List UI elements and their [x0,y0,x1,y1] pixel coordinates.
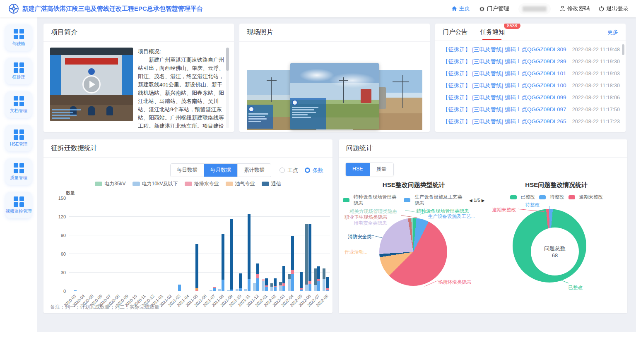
period-button-group: 每日数据 每月数据 累计数据 [170,163,271,177]
pie-chart [379,218,447,286]
daily-data-button[interactable]: 每日数据 [171,164,204,177]
legend-item[interactable]: 电力10kV及以下 [132,180,178,187]
notification-title: 【征拆迁】 [三电及管线] 编辑工点QGGZ09DL099 [443,94,567,101]
notification-time: 2022-08-22 11:19:48 [572,47,620,53]
legend-swatch [539,195,546,199]
y-axis-label: 数量 [66,190,75,196]
app-logo-compass-icon [8,3,19,14]
person-key-icon [560,6,565,12]
bar-segment [317,279,320,281]
nav-change-password[interactable]: 修改密码 [560,5,590,12]
radio-worksite-label: 工点 [287,167,298,174]
project-video-thumbnail[interactable] [50,48,133,121]
notices-scrollbar[interactable] [622,44,624,55]
notification-row[interactable]: 【征拆迁】 [三电及管线] 编辑工点QGGZ09DL1002022-08-22 … [443,79,620,91]
sidebar-item-label: 质量管理 [10,175,27,181]
bar-segment [262,281,265,292]
sidebar-item-quality[interactable]: 质量管理 [5,158,32,185]
tab-quality[interactable]: 质量 [370,163,393,176]
tab-portal-announcements[interactable]: 门户公告 [443,24,467,40]
photo-decor [402,75,403,108]
gridline [69,235,330,235]
notification-time: 2022-08-22 11:19:30 [572,59,620,65]
notification-row[interactable]: 【征拆迁】 [三电及管线] 编辑工点QGGZ09DL2652022-08-22 … [443,115,620,127]
bar-segment [305,285,308,285]
notification-row[interactable]: 【征拆迁】 [三电及管线] 编辑工点QGGZ09DL0972022-08-22 … [443,103,620,115]
cumulative-data-button[interactable]: 累计数据 [237,164,271,177]
nav-portal-admin[interactable]: ⚙ 门户管理 [479,5,509,12]
bar-segment [326,290,329,291]
radio-icon [305,168,310,173]
legend-swatch [343,198,349,202]
legend-item[interactable]: 油气专业 [226,180,255,187]
bar-segment [279,286,282,291]
bar-segment [274,286,277,287]
radio-worksite[interactable]: 工点 [279,167,298,174]
bar-segment [213,287,216,288]
notification-time: 2022-08-22 11:19:03 [572,71,620,77]
site-photo-active[interactable] [290,63,379,129]
nav-home[interactable]: 主页 [451,5,470,12]
legend-item[interactable]: 给排水专业 [185,180,219,187]
sidebar-item-demolition[interactable]: 征拆迁 [5,58,32,84]
notification-list: 【征拆迁】 [三电及管线] 编辑工点QGGZ09DL3092022-08-22 … [435,41,626,127]
radio-count[interactable]: 条数 [305,167,323,174]
pager-prev-icon[interactable]: ◀ [469,198,472,203]
legend-swatch [95,182,102,186]
sidebar-item-documents[interactable]: 文档管理 [5,91,32,118]
sidebar-item-cockpit[interactable]: 驾驶舱 [5,24,32,51]
bar-segment [282,266,285,284]
grid-icon [14,163,24,173]
pie-slice-label: 职业卫生现场类隐患 [344,214,388,220]
legend-item[interactable]: 电力35kV [95,180,125,187]
notification-row[interactable]: 【征拆迁】 [三电及管线] 编辑工点QGGZ09DL2892022-08-22 … [443,55,620,67]
legend-swatch [226,182,233,186]
notification-row[interactable]: 【征拆迁】 [三电及管线] 编辑工点QGGZ09DL3092022-08-22 … [443,43,620,55]
bar-segment [308,281,311,284]
notification-row[interactable]: 【征拆迁】 [三电及管线] 编辑工点QGGZ09DL1012022-08-22 … [443,67,620,79]
nav-logout[interactable]: 退出登录 [599,5,629,12]
legend-label: 给排水专业 [194,180,219,187]
sidebar-item-label: 驾驶舱 [12,41,25,47]
pie-chart-title: HSE整改问题类型统计 [343,181,485,189]
play-button[interactable] [82,75,101,93]
bar-segment [265,287,268,291]
legend-item[interactable]: 通信 [262,180,281,187]
bar-segment [230,290,233,291]
y-tick-label: 0 [53,289,66,294]
tab-hse[interactable]: HSE [346,163,370,176]
photo-decor [393,81,409,82]
legend-swatch [132,182,140,186]
sidebar-item-hse[interactable]: HSE管理 [5,125,32,151]
bar-segment [222,280,224,292]
pager-next-icon[interactable]: ▶ [482,198,485,203]
bar-segment [323,268,325,279]
bar-segment [256,274,259,278]
bar-segment [288,279,291,291]
bar-segment [274,278,277,286]
photo-watermark [247,105,273,129]
legend-label: 生产设备设施及工艺类隐患 [414,194,465,206]
bar-segment [239,288,242,291]
y-tick-label: 90 [53,233,66,238]
user-name-redacted[interactable] [518,3,551,14]
metric-radio-group: 工点 条数 [279,167,323,174]
monthly-data-button[interactable]: 每月数据 [204,164,237,177]
nav-logout-label: 退出登录 [606,5,629,12]
site-photos-card: 现场照片 [239,24,430,132]
project-text-scrollbar[interactable] [226,48,229,128]
tab-task-notifications[interactable]: 任务通知 8538 [480,24,505,40]
bar-segment [195,290,198,291]
donut-slice-label: 逾期未整改 [492,207,516,213]
sidebar-item-video-monitor[interactable]: 视频监控管理 [5,192,32,218]
bar-segment [300,288,303,290]
photo-decor [267,80,277,81]
notification-row[interactable]: 【征拆迁】 [三电及管线] 编辑工点QGGZ09DL0992022-08-22 … [443,91,620,103]
more-link[interactable]: 更多 [607,29,618,36]
donut-center-value: 68 [552,252,558,259]
bar-segment [282,283,285,286]
legend-label: 电力10kV及以下 [142,180,178,187]
notification-time: 2022-08-22 11:18:06 [572,95,620,101]
bar-segment [282,286,285,291]
photo-watermark [290,98,326,129]
